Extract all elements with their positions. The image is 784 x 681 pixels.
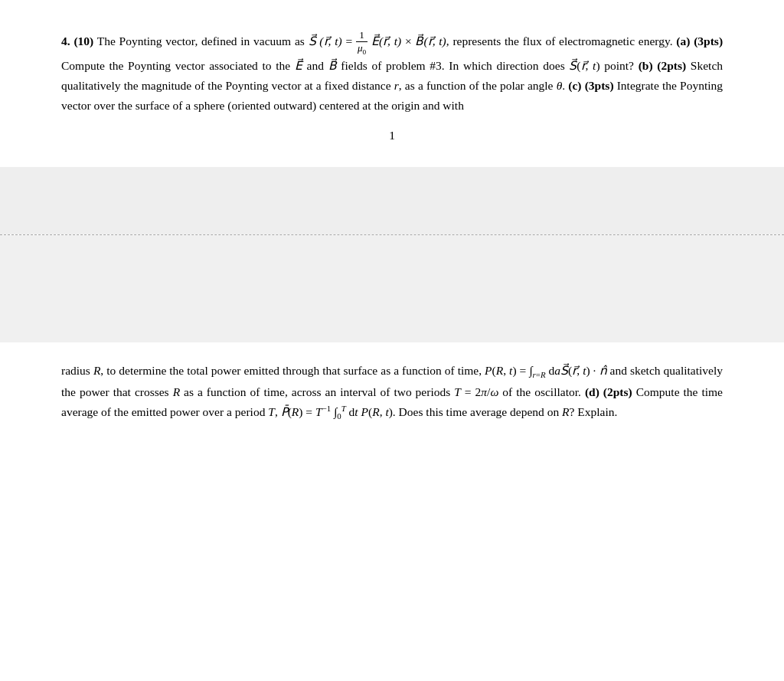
answer-space-bottom (0, 235, 784, 342)
bottom-text-section: radius R, to determine the total power e… (0, 342, 784, 447)
part-a-pts: (3pts) (694, 34, 723, 47)
part-b-label: (b) (639, 59, 658, 72)
part-a-label: (a) (676, 34, 694, 47)
problem-number: 4. (10) (61, 34, 93, 47)
part-d-pts: (2pts) (603, 385, 632, 398)
part-c-pts: (3pts) (585, 79, 614, 92)
page-number-section: 1 (61, 115, 723, 152)
part-c-label: (c) (568, 79, 584, 92)
part-a-text: Compute the Poynting vector associated t… (61, 59, 634, 72)
part-b-pts: (2pts) (657, 59, 686, 72)
problem-intro: The Poynting vector, defined in vacuum a… (97, 34, 677, 47)
bottom-text: radius R, to determine the total power e… (61, 361, 723, 424)
answer-space-top (0, 167, 784, 234)
page-number: 1 (389, 129, 395, 142)
part-d-label: (d) (585, 385, 603, 398)
problem-text: 4. (10) The Poynting vector, defined in … (61, 25, 723, 115)
page-container: 4. (10) The Poynting vector, defined in … (0, 0, 784, 681)
top-section: 4. (10) The Poynting vector, defined in … (0, 0, 784, 167)
